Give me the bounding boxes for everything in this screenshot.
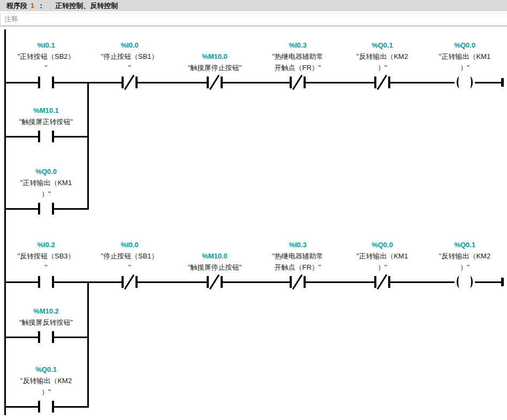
left-power-rail <box>4 29 6 415</box>
contact-right-bar <box>304 77 306 88</box>
nc-slash <box>292 274 303 290</box>
operand-label: %M10.0"触摸屏停止按钮" <box>171 51 259 73</box>
contact-left-bar <box>38 77 40 88</box>
operand-address[interactable]: %I0.0 <box>86 239 173 250</box>
operand-address[interactable]: %I0.1 <box>2 40 90 51</box>
operand-name-line: ）" <box>421 62 507 73</box>
operand-name-line: "正转输出（KM1 <box>2 177 90 188</box>
right-rail-stub <box>501 78 504 87</box>
right-rail-stub <box>501 278 504 286</box>
contact-right-bar <box>221 77 223 88</box>
operand-name-line: "反转输出（KM2 <box>338 51 426 62</box>
contact-right-bar <box>135 77 138 88</box>
operand-name-line: "触摸屏停止按钮" <box>171 62 259 73</box>
operand-address[interactable]: %Q0.1 <box>338 40 426 51</box>
operand-name-line: "反转输出（KM2 <box>421 250 507 262</box>
operand-address[interactable]: %Q0.0 <box>421 40 507 51</box>
rung-wire <box>4 281 504 283</box>
network-title[interactable]: 正转控制、反转控制 <box>55 1 118 11</box>
operand-address[interactable]: %I0.2 <box>2 239 90 250</box>
operand-address[interactable]: %I0.0 <box>86 40 173 51</box>
operand-name-line: ）" <box>338 262 426 273</box>
contact-left-bar <box>38 131 40 142</box>
contact-nc[interactable] <box>290 75 306 89</box>
operand-address[interactable]: %M10.2 <box>2 306 90 317</box>
contact-left-bar <box>290 77 292 88</box>
operand-label: %M10.0"触摸屏停止按钮" <box>171 250 259 273</box>
operand-label: %Q0.0"正转输出（KM1）" <box>2 166 90 200</box>
contact-no[interactable] <box>38 400 54 414</box>
contact-right-bar <box>388 276 390 288</box>
operand-name-line: 开触点（FR）" <box>254 62 342 73</box>
contact-nc[interactable] <box>374 275 390 289</box>
coil[interactable] <box>455 275 475 289</box>
nc-slash <box>209 75 220 90</box>
nc-slash <box>292 75 303 90</box>
operand-address[interactable]: %M10.1 <box>2 105 90 116</box>
operand-name-line: ）" <box>338 62 426 73</box>
contact-no[interactable] <box>38 75 54 89</box>
operand-name-line: "停止按钮（SB1） <box>86 51 173 62</box>
operand-name-line: ）" <box>2 386 90 398</box>
operand-label: %M10.2"触摸屏反转按钮" <box>2 306 90 328</box>
operand-address[interactable]: %M10.0 <box>171 250 259 262</box>
contact-right-bar <box>52 276 54 288</box>
operand-address[interactable]: %I0.3 <box>254 40 342 51</box>
contact-right-bar <box>135 276 138 288</box>
network-header[interactable]: 程序段1： 正转控制、反转控制 <box>0 0 507 11</box>
operand-address[interactable]: %Q0.1 <box>2 364 90 375</box>
contact-right-bar <box>52 331 54 343</box>
nc-slash <box>377 75 388 90</box>
coil[interactable] <box>455 75 475 89</box>
operand-label: %I0.1"正转按钮（SB2）" <box>2 40 90 73</box>
operand-address[interactable]: %I0.3 <box>254 239 342 250</box>
contact-no[interactable] <box>38 129 54 143</box>
contact-nc[interactable] <box>374 75 390 89</box>
operand-name-line: " <box>2 262 90 273</box>
contact-left-bar <box>122 77 124 88</box>
nc-slash <box>209 274 220 290</box>
operand-name-line: "正转按钮（SB2） <box>2 51 90 62</box>
operand-label: %M10.1"触摸屏正转按钮" <box>2 105 90 127</box>
operand-label: %I0.0"停止按钮（SB1）" <box>86 40 173 73</box>
contact-right-bar <box>52 131 54 142</box>
operand-address[interactable]: %Q0.0 <box>2 166 90 177</box>
network-comment-field[interactable]: 注释 <box>0 13 507 25</box>
coil-left-paren <box>457 276 462 288</box>
contact-nc[interactable] <box>207 275 223 289</box>
contact-nc[interactable] <box>290 275 306 289</box>
contact-left-bar <box>207 77 209 88</box>
rung-wire <box>4 82 504 83</box>
operand-address[interactable]: %Q0.0 <box>338 239 426 250</box>
operand-name-line: " <box>2 62 90 73</box>
operand-label: %Q0.0"正转输出（KM1）" <box>421 40 507 73</box>
operand-name-line: " <box>86 62 173 73</box>
contact-left-bar <box>122 276 124 288</box>
contact-nc[interactable] <box>207 75 223 89</box>
operand-label: %I0.0"停止按钮（SB1）" <box>86 239 173 273</box>
operand-name-line: "停止按钮（SB1） <box>86 250 173 262</box>
contact-left-bar <box>207 276 209 288</box>
contact-left-bar <box>374 77 376 88</box>
contact-no[interactable] <box>38 275 54 289</box>
operand-name-line: "触摸屏停止按钮" <box>171 262 259 273</box>
contact-left-bar <box>374 276 376 288</box>
operand-address[interactable]: %Q0.1 <box>421 239 507 250</box>
operand-address[interactable]: %M10.0 <box>171 51 259 62</box>
network-number: 1 <box>31 2 34 10</box>
nc-slash <box>124 274 135 290</box>
operand-name-line: "反转输出（KM2 <box>2 375 90 386</box>
contact-nc[interactable] <box>122 275 138 289</box>
network-label-prefix: 程序段 <box>6 1 27 11</box>
operand-name-line: "触摸屏反转按钮" <box>2 317 90 328</box>
operand-label: %I0.3"热继电器辅助常开触点（FR）" <box>254 239 342 273</box>
operand-name-line: ）" <box>2 188 90 200</box>
nc-slash <box>377 274 388 290</box>
operand-name-line: "触摸屏正转按钮" <box>2 116 90 127</box>
coil-right-paren <box>467 77 473 88</box>
contact-no[interactable] <box>38 330 54 344</box>
coil-right-paren <box>467 276 473 288</box>
operand-label: %Q0.1"反转输出（KM2）" <box>2 364 90 398</box>
contact-nc[interactable] <box>122 75 138 89</box>
contact-no[interactable] <box>38 202 54 216</box>
